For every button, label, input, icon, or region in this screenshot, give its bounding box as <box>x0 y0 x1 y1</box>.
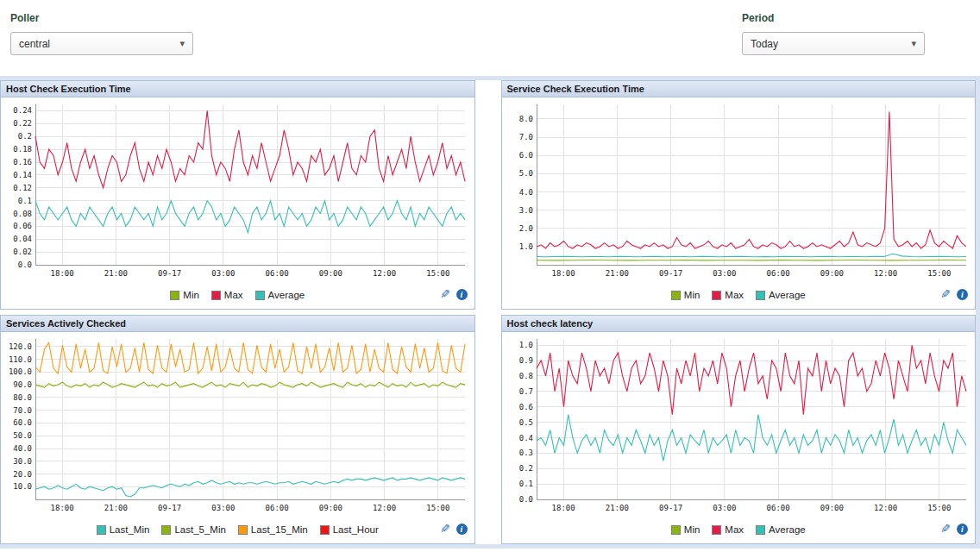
panel-host-check-execution-time: Host Check Execution Time 0.00.020.040.0… <box>0 80 475 310</box>
svg-text:120.0: 120.0 <box>9 342 32 351</box>
svg-text:0.4: 0.4 <box>518 434 532 442</box>
legend-label: Max <box>224 290 243 300</box>
legend-swatch <box>671 525 681 535</box>
host-check-latency-chart: 0.00.10.20.30.40.50.60.70.80.91.018:0021… <box>502 332 975 517</box>
svg-text:0.0: 0.0 <box>18 260 32 269</box>
info-icon[interactable]: i <box>957 289 968 300</box>
edit-graph-icon[interactable]: ✎ <box>940 523 951 535</box>
svg-text:18:00: 18:00 <box>551 269 575 278</box>
svg-text:5.0: 5.0 <box>518 169 532 178</box>
service-check-execution-time-chart: 1.02.03.04.05.06.07.08.018:0021:0009-170… <box>502 97 975 282</box>
poller-label: Poller <box>10 12 193 24</box>
host-check-execution-time-chart: 0.00.020.040.060.080.10.120.140.160.180.… <box>1 97 474 282</box>
svg-text:0.08: 0.08 <box>13 210 32 218</box>
svg-text:0.02: 0.02 <box>13 248 32 256</box>
svg-text:06:00: 06:00 <box>766 269 789 278</box>
legend-item-average: Average <box>255 290 305 300</box>
svg-text:7.0: 7.0 <box>518 133 532 141</box>
legend-item-last_5_min: Last_5_Min <box>161 524 225 535</box>
svg-text:09-17: 09-17 <box>158 504 181 512</box>
svg-text:0.18: 0.18 <box>13 145 32 154</box>
panel-icons: ✎ i <box>440 288 468 300</box>
svg-text:6.0: 6.0 <box>518 151 532 160</box>
legend-label: Average <box>769 290 806 300</box>
legend-item-last_15_min: Last_15_Min <box>238 524 308 535</box>
legend-label: Min <box>684 290 700 300</box>
svg-text:0.6: 0.6 <box>518 403 532 411</box>
svg-text:0.16: 0.16 <box>13 158 32 166</box>
chart-area: 0.00.10.20.30.40.50.60.70.80.91.018:0021… <box>502 332 976 517</box>
charts-grid: Host Check Execution Time 0.00.020.040.0… <box>0 76 980 549</box>
chevron-down-icon: ▾ <box>911 38 916 49</box>
svg-text:8.0: 8.0 <box>518 115 532 123</box>
period-select-value: Today <box>751 38 778 50</box>
legend-label: Min <box>183 290 199 300</box>
svg-text:0.24: 0.24 <box>13 106 32 115</box>
svg-text:0.5: 0.5 <box>518 418 532 427</box>
svg-text:03:00: 03:00 <box>211 504 235 512</box>
svg-text:80.0: 80.0 <box>13 393 32 402</box>
svg-text:3.0: 3.0 <box>518 206 532 215</box>
chart-legend: Last_MinLast_5_MinLast_15_MinLast_Hour <box>91 523 385 538</box>
legend-swatch <box>211 291 221 300</box>
legend-label: Max <box>725 290 744 300</box>
legend-label: Last_Hour <box>333 524 379 535</box>
svg-text:15:00: 15:00 <box>927 504 951 512</box>
legend-label: Last_5_Min <box>174 524 225 535</box>
svg-text:90.0: 90.0 <box>13 380 32 389</box>
edit-graph-icon[interactable]: ✎ <box>440 523 450 535</box>
panel-service-check-execution-time: Service Check Execution Time 1.02.03.04.… <box>501 80 977 310</box>
chevron-down-icon: ▾ <box>179 38 185 49</box>
chart-legend: MinMaxAverage <box>665 288 812 304</box>
svg-text:0.2: 0.2 <box>518 464 532 473</box>
svg-text:40.0: 40.0 <box>13 444 32 453</box>
legend-item-max: Max <box>211 290 243 300</box>
legend-item-min: Min <box>671 524 700 535</box>
period-select[interactable]: Today ▾ <box>742 32 925 55</box>
svg-text:15:00: 15:00 <box>927 269 951 278</box>
legend-item-min: Min <box>170 290 199 300</box>
svg-text:0.14: 0.14 <box>13 171 32 179</box>
panel-icons: ✎ i <box>440 523 468 535</box>
svg-text:0.1: 0.1 <box>18 197 32 205</box>
panel-title: Host check latency <box>502 316 976 332</box>
svg-text:100.0: 100.0 <box>9 367 32 376</box>
info-icon[interactable]: i <box>957 524 968 535</box>
svg-text:0.06: 0.06 <box>13 222 32 230</box>
svg-text:09:00: 09:00 <box>820 269 843 278</box>
info-icon[interactable]: i <box>456 289 468 300</box>
chart-area: 10.020.030.040.050.060.070.080.090.0100.… <box>1 332 474 517</box>
legend-swatch <box>320 525 330 535</box>
chart-area: 1.02.03.04.05.06.07.08.018:0021:0009-170… <box>502 97 976 282</box>
panel-host-check-latency: Host check latency 0.00.10.20.30.40.50.6… <box>501 315 977 544</box>
period-label: Period <box>742 12 925 24</box>
panel-footer: MinMaxAverage ✎ i <box>502 517 976 543</box>
svg-text:1.0: 1.0 <box>518 341 532 349</box>
svg-text:18:00: 18:00 <box>551 504 575 512</box>
svg-text:09-17: 09-17 <box>158 269 181 278</box>
edit-graph-icon[interactable]: ✎ <box>940 288 951 300</box>
poller-select-value: central <box>19 38 50 50</box>
edit-graph-icon[interactable]: ✎ <box>440 288 450 300</box>
panel-footer: Last_MinLast_5_MinLast_15_MinLast_Hour ✎… <box>1 517 474 543</box>
chart-legend: MinMaxAverage <box>164 288 311 304</box>
legend-swatch <box>97 525 106 535</box>
svg-text:03:00: 03:00 <box>211 269 235 278</box>
services-actively-checked-chart: 10.020.030.040.050.060.070.080.090.0100.… <box>1 332 474 517</box>
svg-text:03:00: 03:00 <box>713 504 736 512</box>
svg-text:12:00: 12:00 <box>373 504 396 512</box>
chart-legend: MinMaxAverage <box>665 523 812 538</box>
svg-text:70.0: 70.0 <box>13 406 32 415</box>
legend-label: Last_15_Min <box>251 524 308 535</box>
info-icon[interactable]: i <box>456 524 468 535</box>
svg-text:0.12: 0.12 <box>13 184 32 192</box>
svg-text:0.3: 0.3 <box>518 448 532 457</box>
svg-text:20.0: 20.0 <box>13 470 32 479</box>
panel-services-actively-checked: Services Actively Checked 10.020.030.040… <box>0 315 475 544</box>
legend-swatch <box>170 291 179 300</box>
poller-select[interactable]: central ▾ <box>10 32 193 55</box>
svg-text:1.0: 1.0 <box>518 242 532 251</box>
legend-swatch <box>712 291 721 300</box>
legend-label: Average <box>268 290 305 300</box>
svg-text:0.2: 0.2 <box>18 132 32 141</box>
